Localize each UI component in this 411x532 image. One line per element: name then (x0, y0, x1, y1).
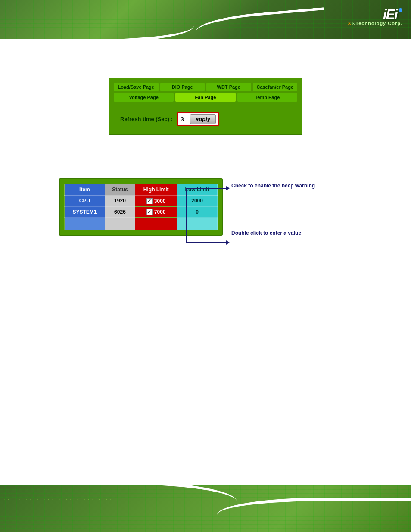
cell-high-system1[interactable]: ✓ 7000 (135, 206, 177, 218)
tab-load-save[interactable]: Load/Save Page (114, 83, 159, 91)
logo-iei: iEi (383, 6, 397, 22)
nav-row-2: Voltage Page Fan Page Temp Page (114, 93, 297, 102)
nav-row-1: Load/Save Page DIO Page WDT Page Casefan… (114, 83, 297, 91)
widget2-wrapper: Item Status High Limit Low Limit CPU 192… (26, 178, 385, 236)
high-limit-system1-checkbox[interactable]: ✓ (146, 209, 153, 215)
tab-casefan[interactable]: Casefan/er Page (253, 83, 298, 91)
table-row (65, 218, 218, 230)
cell-item-empty (65, 218, 105, 230)
col-header-high: High Limit (135, 184, 177, 196)
logo-tagline: ®®Technology Corp. (348, 21, 402, 26)
spacer-1 (26, 52, 385, 69)
spacer-3 (26, 161, 385, 178)
logo-area: iEi ®®Technology Corp. (348, 6, 402, 26)
cell-status-cpu: 1920 (105, 196, 135, 207)
table-row: CPU 1920 ✓ 3000 2000 (65, 196, 218, 207)
high-limit-system1-value[interactable]: 7000 (154, 209, 166, 215)
arrow-line-bottom (186, 242, 229, 243)
table-header-row: Item Status High Limit Low Limit (65, 184, 218, 196)
cell-high-empty (135, 218, 177, 230)
cell-low-system1[interactable]: 0 (177, 206, 218, 218)
spacer-2 (26, 144, 385, 161)
widget1-wrapper: Load/Save Page DIO Page WDT Page Casefan… (26, 69, 385, 144)
apply-button[interactable]: apply (190, 114, 216, 124)
fan-table-widget: Item Status High Limit Low Limit CPU 192… (59, 178, 223, 236)
header-bar: · · · · · · · · · · · · · · · · · · · · … (0, 0, 411, 39)
cell-low-empty (177, 218, 218, 230)
col-header-low: Low Limit (177, 184, 218, 196)
cell-status-system1: 6026 (105, 206, 135, 218)
table-row: SYSTEM1 6026 ✓ 7000 0 (65, 206, 218, 218)
high-limit-system1-checkbox-container: ✓ 7000 (146, 209, 166, 215)
cell-item-system1: SYSTEM1 (65, 206, 105, 218)
refresh-input-box: 3 apply (177, 112, 219, 126)
tab-dio[interactable]: DIO Page (160, 83, 205, 91)
tab-wdt[interactable]: WDT Page (206, 83, 251, 91)
cell-low-cpu[interactable]: 2000 (177, 196, 218, 207)
cell-high-cpu[interactable]: ✓ 3000 (135, 196, 177, 207)
footer-bar: · · · · · · · · · · · · · · · · · · · · … (0, 485, 411, 532)
high-limit-cpu-checkbox[interactable]: ✓ (146, 198, 153, 204)
fan-page-widget: Load/Save Page DIO Page WDT Page Casefan… (109, 78, 302, 135)
cell-status-empty (105, 218, 135, 230)
arrow-connector (186, 188, 187, 243)
col-header-status: Status (105, 184, 135, 196)
logo-blue-dot (399, 8, 402, 12)
main-content: Load/Save Page DIO Page WDT Page Casefan… (0, 39, 411, 249)
refresh-input[interactable]: 3 (181, 116, 189, 123)
arrow-line-top (186, 188, 229, 189)
col-header-item: Item (65, 184, 105, 196)
ribbon-right (195, 7, 326, 39)
annotation-container: Item Status High Limit Low Limit CPU 192… (59, 178, 352, 236)
refresh-label: Refresh time (Sec) : (120, 116, 173, 122)
tab-temp[interactable]: Temp Page (237, 93, 297, 102)
high-limit-cpu-checkbox-container: ✓ 3000 (146, 198, 166, 204)
refresh-row: Refresh time (Sec) : 3 apply (114, 108, 297, 130)
annotation-check-label: Check to enable the beep warning (231, 182, 315, 190)
footer-ribbon-left (0, 485, 237, 523)
tab-fan[interactable]: Fan Page (175, 93, 235, 102)
tab-voltage[interactable]: Voltage Page (114, 93, 174, 102)
footer-ribbon-right (217, 498, 411, 532)
cell-item-cpu: CPU (65, 196, 105, 207)
annotation-doubleclick-label: Double click to enter a value (231, 229, 301, 237)
high-limit-cpu-value[interactable]: 3000 (154, 198, 166, 204)
fan-table: Item Status High Limit Low Limit CPU 192… (64, 184, 218, 230)
